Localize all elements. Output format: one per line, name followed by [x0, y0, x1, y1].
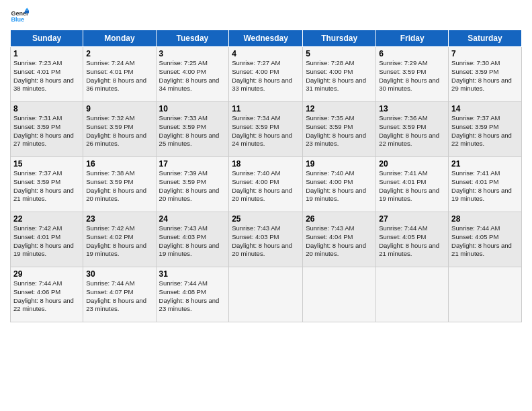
calendar-cell: 21Sunrise: 7:41 AMSunset: 4:01 PMDayligh… — [449, 157, 522, 212]
calendar-cell: 11Sunrise: 7:34 AMSunset: 3:59 PMDayligh… — [229, 102, 303, 157]
cell-info: Sunrise: 7:24 AMSunset: 4:01 PMDaylight:… — [86, 59, 152, 93]
weekday-thursday: Thursday — [303, 30, 376, 47]
day-number: 19 — [306, 159, 373, 169]
cell-info: Sunrise: 7:38 AMSunset: 3:59 PMDaylight:… — [86, 169, 152, 203]
weekday-wednesday: Wednesday — [229, 30, 303, 47]
cell-info: Sunrise: 7:30 AMSunset: 3:59 PMDaylight:… — [451, 59, 519, 93]
calendar-cell: 27Sunrise: 7:44 AMSunset: 4:05 PMDayligh… — [376, 212, 449, 267]
day-number: 9 — [86, 104, 152, 113]
day-number: 22 — [13, 214, 80, 224]
day-number: 24 — [159, 214, 226, 224]
calendar-cell: 29Sunrise: 7:44 AMSunset: 4:06 PMDayligh… — [11, 267, 83, 322]
calendar-cell: 22Sunrise: 7:42 AMSunset: 4:01 PMDayligh… — [11, 212, 83, 267]
calendar-cell: 9Sunrise: 7:32 AMSunset: 3:59 PMDaylight… — [83, 102, 156, 157]
calendar-cell: 31Sunrise: 7:44 AMSunset: 4:08 PMDayligh… — [156, 267, 229, 322]
day-number: 30 — [86, 269, 152, 279]
calendar-week-2: 8Sunrise: 7:31 AMSunset: 3:59 PMDaylight… — [11, 102, 522, 157]
day-number: 2 — [86, 49, 152, 58]
calendar-cell: 3Sunrise: 7:25 AMSunset: 4:00 PMDaylight… — [156, 47, 229, 102]
day-number: 10 — [159, 104, 226, 113]
calendar-cell: 2Sunrise: 7:24 AMSunset: 4:01 PMDaylight… — [83, 47, 156, 102]
weekday-sunday: Sunday — [11, 30, 83, 47]
calendar-table: SundayMondayTuesdayWednesdayThursdayFrid… — [10, 30, 522, 322]
weekday-saturday: Saturday — [449, 30, 522, 47]
day-number: 28 — [451, 214, 519, 224]
logo-icon: General Blue — [10, 7, 29, 26]
cell-info: Sunrise: 7:43 AMSunset: 4:03 PMDaylight:… — [232, 224, 300, 259]
day-number: 16 — [86, 159, 152, 169]
day-number: 23 — [86, 214, 152, 224]
calendar-cell — [376, 267, 449, 322]
calendar-cell: 30Sunrise: 7:44 AMSunset: 4:07 PMDayligh… — [83, 267, 156, 322]
calendar-cell: 20Sunrise: 7:41 AMSunset: 4:01 PMDayligh… — [376, 157, 449, 212]
cell-info: Sunrise: 7:25 AMSunset: 4:00 PMDaylight:… — [159, 59, 226, 93]
calendar-cell — [229, 267, 303, 322]
calendar-week-5: 29Sunrise: 7:44 AMSunset: 4:06 PMDayligh… — [11, 267, 522, 322]
weekday-friday: Friday — [376, 30, 449, 47]
day-number: 6 — [379, 49, 445, 58]
calendar-cell: 4Sunrise: 7:27 AMSunset: 4:00 PMDaylight… — [229, 47, 303, 102]
svg-marker-2 — [25, 7, 29, 10]
calendar-cell: 6Sunrise: 7:29 AMSunset: 3:59 PMDaylight… — [376, 47, 449, 102]
logo: General Blue — [10, 7, 32, 26]
weekday-monday: Monday — [83, 30, 156, 47]
day-number: 4 — [232, 49, 300, 58]
cell-info: Sunrise: 7:37 AMSunset: 3:59 PMDaylight:… — [13, 169, 80, 203]
calendar-cell: 16Sunrise: 7:38 AMSunset: 3:59 PMDayligh… — [83, 157, 156, 212]
calendar-cell: 15Sunrise: 7:37 AMSunset: 3:59 PMDayligh… — [11, 157, 83, 212]
cell-info: Sunrise: 7:40 AMSunset: 4:00 PMDaylight:… — [306, 169, 373, 203]
day-number: 27 — [379, 214, 445, 224]
cell-info: Sunrise: 7:33 AMSunset: 3:59 PMDaylight:… — [159, 114, 226, 148]
day-number: 15 — [13, 159, 80, 169]
calendar-cell — [303, 267, 376, 322]
calendar-cell: 8Sunrise: 7:31 AMSunset: 3:59 PMDaylight… — [11, 102, 83, 157]
calendar-cell: 24Sunrise: 7:43 AMSunset: 4:03 PMDayligh… — [156, 212, 229, 267]
header: General Blue — [10, 7, 522, 26]
cell-info: Sunrise: 7:42 AMSunset: 4:01 PMDaylight:… — [13, 224, 80, 259]
cell-info: Sunrise: 7:36 AMSunset: 3:59 PMDaylight:… — [379, 114, 445, 148]
day-number: 18 — [232, 159, 300, 169]
calendar-cell — [449, 267, 522, 322]
cell-info: Sunrise: 7:39 AMSunset: 3:59 PMDaylight:… — [159, 169, 226, 203]
cell-info: Sunrise: 7:28 AMSunset: 4:00 PMDaylight:… — [306, 59, 373, 93]
cell-info: Sunrise: 7:37 AMSunset: 3:59 PMDaylight:… — [451, 114, 519, 148]
calendar-cell: 25Sunrise: 7:43 AMSunset: 4:03 PMDayligh… — [229, 212, 303, 267]
calendar-cell: 18Sunrise: 7:40 AMSunset: 4:00 PMDayligh… — [229, 157, 303, 212]
calendar-cell: 28Sunrise: 7:44 AMSunset: 4:05 PMDayligh… — [449, 212, 522, 267]
cell-info: Sunrise: 7:42 AMSunset: 4:02 PMDaylight:… — [86, 224, 152, 259]
svg-text:Blue: Blue — [11, 16, 24, 23]
calendar-cell: 5Sunrise: 7:28 AMSunset: 4:00 PMDaylight… — [303, 47, 376, 102]
calendar-cell: 14Sunrise: 7:37 AMSunset: 3:59 PMDayligh… — [449, 102, 522, 157]
cell-info: Sunrise: 7:44 AMSunset: 4:07 PMDaylight:… — [86, 279, 152, 314]
day-number: 1 — [13, 49, 80, 58]
day-number: 5 — [306, 49, 373, 58]
cell-info: Sunrise: 7:29 AMSunset: 3:59 PMDaylight:… — [379, 59, 445, 93]
calendar-week-3: 15Sunrise: 7:37 AMSunset: 3:59 PMDayligh… — [11, 157, 522, 212]
cell-info: Sunrise: 7:43 AMSunset: 4:03 PMDaylight:… — [159, 224, 226, 259]
day-number: 13 — [379, 104, 445, 113]
calendar-week-4: 22Sunrise: 7:42 AMSunset: 4:01 PMDayligh… — [11, 212, 522, 267]
day-number: 31 — [159, 269, 226, 279]
calendar-week-1: 1Sunrise: 7:23 AMSunset: 4:01 PMDaylight… — [11, 47, 522, 102]
day-number: 3 — [159, 49, 226, 58]
cell-info: Sunrise: 7:44 AMSunset: 4:05 PMDaylight:… — [379, 224, 445, 259]
weekday-header-row: SundayMondayTuesdayWednesdayThursdayFrid… — [11, 30, 522, 47]
cell-info: Sunrise: 7:44 AMSunset: 4:05 PMDaylight:… — [451, 224, 519, 259]
cell-info: Sunrise: 7:34 AMSunset: 3:59 PMDaylight:… — [232, 114, 300, 148]
calendar-cell: 19Sunrise: 7:40 AMSunset: 4:00 PMDayligh… — [303, 157, 376, 212]
day-number: 21 — [451, 159, 519, 169]
day-number: 12 — [306, 104, 373, 113]
weekday-tuesday: Tuesday — [156, 30, 229, 47]
cell-info: Sunrise: 7:40 AMSunset: 4:00 PMDaylight:… — [232, 169, 300, 203]
day-number: 8 — [13, 104, 80, 113]
day-number: 26 — [306, 214, 373, 224]
cell-info: Sunrise: 7:23 AMSunset: 4:01 PMDaylight:… — [13, 59, 80, 93]
cell-info: Sunrise: 7:41 AMSunset: 4:01 PMDaylight:… — [451, 169, 519, 203]
calendar-cell: 13Sunrise: 7:36 AMSunset: 3:59 PMDayligh… — [376, 102, 449, 157]
calendar-cell: 10Sunrise: 7:33 AMSunset: 3:59 PMDayligh… — [156, 102, 229, 157]
calendar-cell: 17Sunrise: 7:39 AMSunset: 3:59 PMDayligh… — [156, 157, 229, 212]
day-number: 17 — [159, 159, 226, 169]
day-number: 20 — [379, 159, 445, 169]
day-number: 25 — [232, 214, 300, 224]
cell-info: Sunrise: 7:41 AMSunset: 4:01 PMDaylight:… — [379, 169, 445, 203]
